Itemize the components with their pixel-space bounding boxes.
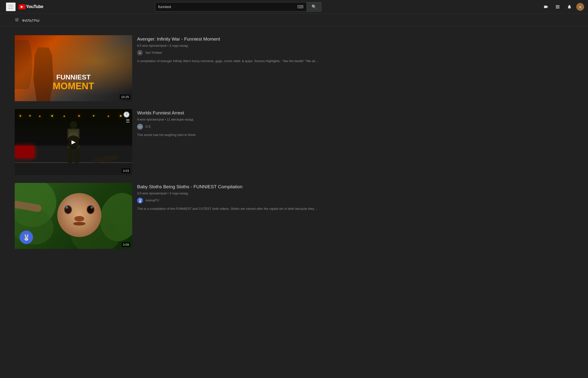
play-button[interactable]: ▶ (67, 135, 80, 149)
channel-row: DE D E (137, 124, 573, 130)
video-description: This is a compilation of the FUNNIEST an… (137, 206, 338, 211)
channel-row: G Get Thrilled (137, 50, 573, 56)
video-title[interactable]: Worlds Funniest Arrest (137, 110, 573, 116)
channel-name[interactable]: D E (145, 125, 151, 128)
thumbnail-arrest[interactable]: 🕐 ☰ ▶ 3:03 (15, 109, 132, 175)
apps-button[interactable] (553, 2, 562, 12)
bell-icon (567, 4, 572, 9)
filter-icon (15, 18, 19, 23)
search-input[interactable]: funniest (158, 5, 297, 9)
filters-bar: ФИЛЬТРЫ (0, 14, 588, 27)
youtube-logo-icon (19, 4, 26, 9)
channel-avatar: G (137, 50, 143, 56)
clock-overlay-icon: 🕐 (123, 111, 130, 118)
search-input-wrapper: funniest ⌨ (155, 2, 307, 12)
video-meta: 6,5 млн просмотров • 2 года назад (137, 44, 573, 47)
result-item: FUNNIEST MOMENT 10:25 Avenger: Infinity … (15, 31, 573, 105)
avatar-button[interactable]: a (576, 3, 584, 11)
video-info: Baby Sloths Being Sloths - FUNNIEST Comp… (137, 183, 573, 249)
video-description: A compilation of Avenger Infinity War's … (137, 59, 338, 64)
channel-row: 🐰 AnimalTV (137, 198, 573, 203)
thumbnail-sloth[interactable]: 🐰 3:09 (15, 183, 132, 249)
channel-badge: 🐰 (20, 230, 33, 244)
video-duration: 3:03 (122, 168, 130, 173)
channel-avatar-icon: G (138, 51, 142, 55)
video-duration: 10:25 (120, 94, 130, 99)
video-info: Worlds Funniest Arrest 4 млн просмотров … (137, 109, 573, 175)
channel-avatar-icon: DE (137, 124, 143, 130)
youtube-logo-text: YouTube (26, 4, 43, 9)
header: YouTube funniest ⌨ 🔍 a (0, 0, 588, 14)
channel-name[interactable]: Get Thrilled (145, 51, 162, 54)
channel-avatar: DE (137, 124, 143, 130)
svg-text:DE: DE (139, 126, 142, 128)
video-duration: 3:09 (122, 242, 130, 247)
result-item: 🕐 ☰ ▶ 3:03 Worlds Funniest Arrest 4 млн … (15, 105, 573, 179)
youtube-logo[interactable]: YouTube (19, 4, 43, 9)
result-item: 🐰 3:09 Baby Sloths Being Sloths - FUNNIE… (15, 179, 573, 253)
svg-text:G: G (139, 52, 141, 54)
thumbnail-text: FUNNIEST MOMENT (53, 74, 94, 92)
video-description: This arrest had me laughing start to fin… (137, 133, 338, 137)
video-info: Avenger: Infinity War - Funniest Moment … (137, 35, 573, 101)
filters-label: ФИЛЬТРЫ (22, 19, 39, 23)
hamburger-menu-button[interactable] (6, 2, 16, 11)
create-icon (544, 4, 548, 9)
notifications-button[interactable] (564, 2, 574, 12)
results-container: FUNNIEST MOMENT 10:25 Avenger: Infinity … (0, 27, 588, 258)
apps-icon (555, 4, 560, 9)
video-meta: 3,5 млн просмотров • 3 года назад (137, 191, 573, 195)
search-bar: funniest ⌨ 🔍 (155, 2, 321, 12)
search-icon: 🔍 (312, 4, 316, 9)
list-overlay-icon: ☰ (126, 118, 130, 124)
keyboard-icon[interactable]: ⌨ (297, 4, 303, 10)
video-meta: 4 млн просмотров • 11 месяцев назад (137, 118, 573, 121)
thumbnail-avengers[interactable]: FUNNIEST MOMENT 10:25 (15, 35, 132, 101)
channel-avatar-icon: 🐰 (138, 199, 142, 202)
video-title[interactable]: Avenger: Infinity War - Funniest Moment (137, 36, 573, 42)
video-title[interactable]: Baby Sloths Being Sloths - FUNNIEST Comp… (137, 184, 573, 190)
create-button[interactable] (541, 2, 551, 12)
search-button[interactable]: 🔍 (307, 2, 321, 12)
header-left: YouTube (6, 2, 43, 11)
channel-name[interactable]: AnimalTV (145, 199, 159, 202)
header-right: a (541, 2, 584, 12)
channel-avatar: 🐰 (137, 198, 143, 203)
